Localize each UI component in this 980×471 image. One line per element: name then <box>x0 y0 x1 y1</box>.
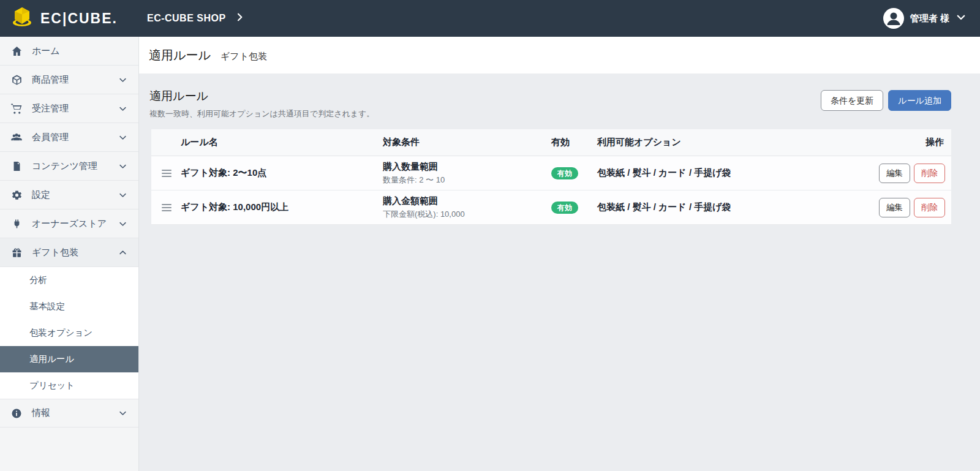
chevron-down-icon <box>118 104 127 113</box>
rule-condition-title: 購入数量範囲 <box>383 161 551 173</box>
column-header-name: ルール名 <box>181 137 383 148</box>
sidebar-item-label: 情報 <box>32 407 50 419</box>
sidebar-subitem-basic-settings[interactable]: 基本設定 <box>0 293 138 320</box>
page-title: 適用ルール <box>149 37 211 73</box>
rule-condition-detail: 下限金額(税込): 10,000 <box>383 209 551 220</box>
sidebar-item-label: 受注管理 <box>32 103 69 115</box>
update-conditions-button[interactable]: 条件を更新 <box>821 90 883 111</box>
sidebar-subitem-presets[interactable]: プリセット <box>0 372 138 399</box>
rule-name: ギフト対象: 2〜10点 <box>181 167 383 179</box>
table-row: ギフト対象: 2〜10点 購入数量範囲 数量条件: 2 〜 10 有効 包装紙 … <box>151 156 951 190</box>
edit-button[interactable]: 編集 <box>879 198 910 217</box>
add-rule-button[interactable]: ルール追加 <box>888 90 951 111</box>
sidebar-item-settings[interactable]: 設定 <box>0 181 138 209</box>
chevron-down-icon <box>118 133 127 142</box>
rule-name: ギフト対象: 10,000円以上 <box>181 202 383 213</box>
rule-condition-detail: 数量条件: 2 〜 10 <box>383 175 551 186</box>
sidebar-subitem-label: 基本設定 <box>29 301 65 312</box>
chevron-right-icon <box>235 12 244 24</box>
account-menu[interactable]: 管理者 様 <box>883 8 967 29</box>
gift-icon <box>10 246 23 258</box>
status-badge: 有効 <box>551 167 578 179</box>
page-subtitle: ギフト包装 <box>221 38 267 75</box>
chevron-down-icon <box>118 162 127 171</box>
section-header: 適用ルール 複数一致時、利用可能オプションは共通項目で判定されます。 条件を更新… <box>149 88 951 119</box>
sidebar-item-label: ホーム <box>32 45 60 57</box>
shop-name: EC-CUBE SHOP <box>147 13 226 24</box>
rule-options: 包装紙 / 熨斗 / カード / 手提げ袋 <box>597 202 853 213</box>
column-header-actions: 操作 <box>853 137 951 148</box>
plug-icon <box>10 217 23 230</box>
chevron-down-icon <box>118 75 127 85</box>
chevron-up-icon <box>118 248 127 257</box>
sidebar-item-owners-store[interactable]: オーナーズストア <box>0 209 138 238</box>
box-icon <box>10 73 23 86</box>
sidebar-item-orders[interactable]: 受注管理 <box>0 94 138 123</box>
ec-cube-logo[interactable]: EC|CUBE. <box>10 6 118 31</box>
sidebar-item-contents[interactable]: コンテンツ管理 <box>0 152 138 181</box>
sidebar-item-info[interactable]: 情報 <box>0 399 138 428</box>
sidebar-item-home[interactable]: ホーム <box>0 37 138 66</box>
delete-button[interactable]: 削除 <box>914 164 945 183</box>
chevron-down-icon <box>118 219 127 228</box>
sidebar-item-gift-wrapping[interactable]: ギフト包装 <box>0 238 138 267</box>
sidebar-subitem-apply-rules[interactable]: 適用ルール <box>0 346 138 372</box>
sidebar-item-label: 商品管理 <box>32 74 69 86</box>
user-name: 管理者 様 <box>910 13 949 24</box>
gear-icon <box>10 189 23 201</box>
delete-button[interactable]: 削除 <box>914 198 945 217</box>
drag-handle-icon[interactable] <box>162 170 172 177</box>
sidebar-subitem-analysis[interactable]: 分析 <box>0 267 138 293</box>
column-header-condition: 対象条件 <box>383 137 551 148</box>
users-icon <box>10 131 23 143</box>
home-icon <box>10 45 23 57</box>
edit-button[interactable]: 編集 <box>879 164 910 183</box>
sidebar-item-label: オーナーズストア <box>32 218 107 230</box>
sidebar-item-members[interactable]: 会員管理 <box>0 123 138 152</box>
status-badge: 有効 <box>551 202 578 214</box>
sidebar-subitem-wrapping-options[interactable]: 包装オプション <box>0 320 138 346</box>
column-header-options: 利用可能オプション <box>597 137 853 148</box>
page-title-bar: 適用ルール ギフト包装 <box>139 37 980 73</box>
chevron-down-icon <box>956 12 967 25</box>
sidebar-item-label: ギフト包装 <box>32 247 78 258</box>
info-icon <box>10 407 23 420</box>
rule-condition-title: 購入金額範囲 <box>383 195 551 207</box>
shop-front-link[interactable]: EC-CUBE SHOP <box>147 12 244 24</box>
drag-handle-icon[interactable] <box>162 204 172 211</box>
sidebar-subitem-label: 分析 <box>29 274 47 286</box>
table-row: ギフト対象: 10,000円以上 購入金額範囲 下限金額(税込): 10,000… <box>151 190 951 225</box>
rule-options: 包装紙 / 熨斗 / カード / 手提げ袋 <box>597 167 853 179</box>
sidebar-item-label: 会員管理 <box>32 132 69 143</box>
sidebar-item-products[interactable]: 商品管理 <box>0 66 138 94</box>
sidebar-item-label: 設定 <box>32 189 50 201</box>
ec-cube-logo-icon <box>10 6 34 31</box>
table-header-row: ルール名 対象条件 有効 利用可能オプション 操作 <box>151 129 951 156</box>
app-header: EC|CUBE. EC-CUBE SHOP 管理者 様 <box>0 0 980 37</box>
sidebar-subitem-label: プリセット <box>29 380 75 391</box>
document-icon <box>10 160 23 172</box>
chevron-down-icon <box>118 409 127 418</box>
main-content: 適用ルール ギフト包装 適用ルール 複数一致時、利用可能オプションは共通項目で判… <box>139 37 980 471</box>
avatar <box>883 8 904 29</box>
sidebar-subitem-label: 適用ルール <box>29 353 74 365</box>
chevron-down-icon <box>118 190 127 200</box>
cart-icon <box>10 102 23 115</box>
sidebar-item-label: コンテンツ管理 <box>32 160 97 172</box>
column-header-enabled: 有効 <box>551 137 597 148</box>
section-description: 複数一致時、利用可能オプションは共通項目で判定されます。 <box>149 108 374 119</box>
rules-table: ルール名 対象条件 有効 利用可能オプション 操作 ギフト対象: 2〜10点 購… <box>151 129 951 225</box>
section-title: 適用ルール <box>149 88 374 104</box>
sidebar-subitem-label: 包装オプション <box>29 327 92 339</box>
sidebar-nav: ホーム 商品管理 受注管理 会員管理 <box>0 37 139 471</box>
ec-cube-logo-text: EC|CUBE. <box>40 10 118 27</box>
